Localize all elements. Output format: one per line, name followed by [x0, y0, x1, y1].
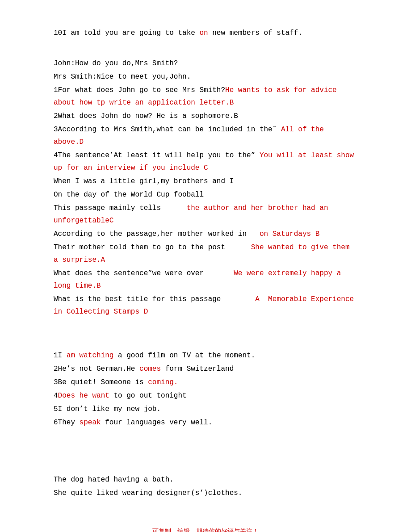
q5-intro1: When I was a little girl,my brothers and…	[54, 175, 357, 188]
q9: What is the best title for this passage …	[54, 293, 357, 318]
footer: 可复制、编辑，期待你的好评与关注！	[54, 526, 357, 532]
q5-intro2: On the day of the World Cup fooball	[54, 189, 357, 201]
line1-red-word: on	[199, 29, 208, 37]
s4-line1: The dog hated having a bath.	[54, 473, 357, 486]
page-content: 10I am told you are going to take on new…	[54, 27, 357, 532]
q3: 3According to Mrs Smith,what can be incl…	[54, 123, 357, 148]
q7: Their mother told them to go to the post…	[54, 241, 357, 266]
q4: 4The sentence’At least it will help you …	[54, 149, 357, 174]
line1-text-before: 10I am told you are going to take	[54, 29, 199, 37]
section1: 10I am told you are going to take on new…	[54, 27, 357, 39]
spacer2	[54, 447, 357, 460]
s3-line1: 1I am watching a good film on TV at the …	[54, 349, 357, 362]
section2: John:How do you do,Mrs Smith? Mrs Smith:…	[54, 57, 357, 318]
q1: 1For what does John go to see Mrs Smith?…	[54, 84, 357, 109]
s3-line4: 4Does he want to go out tonight	[54, 390, 357, 402]
q8: What does the sentence”we were over We w…	[54, 267, 357, 292]
line-1: 10I am told you are going to take on new…	[54, 27, 357, 39]
q5: This passage mainly tells the author and…	[54, 202, 357, 227]
section4: The dog hated having a bath. She quite l…	[54, 473, 357, 499]
s3-line5: 5I don’t like my new job.	[54, 403, 357, 415]
line1-text-after: new members of staff.	[208, 29, 302, 37]
dialogue-john: John:How do you do,Mrs Smith?	[54, 57, 357, 70]
spacer1	[54, 336, 357, 349]
q2: 2What does John do now? He is a sophomor…	[54, 110, 357, 122]
s3-line3: 3Be quiet! Someone is coming.	[54, 376, 357, 389]
dialogue-mrssmith: Mrs Smith:Nice to meet you,John.	[54, 71, 357, 83]
s3-line2: 2He’s not German.He comes form Switzerla…	[54, 363, 357, 375]
q6: According to the passage,her mother work…	[54, 228, 357, 240]
section3: 1I am watching a good film on TV at the …	[54, 349, 357, 429]
footer-text: 可复制、编辑，期待你的好评与关注！	[152, 528, 259, 532]
s4-line2: She quite liked wearing designer(s’)clot…	[54, 487, 357, 499]
s3-line6: 6They speak four languages very well.	[54, 416, 357, 429]
spacer3	[54, 460, 357, 473]
